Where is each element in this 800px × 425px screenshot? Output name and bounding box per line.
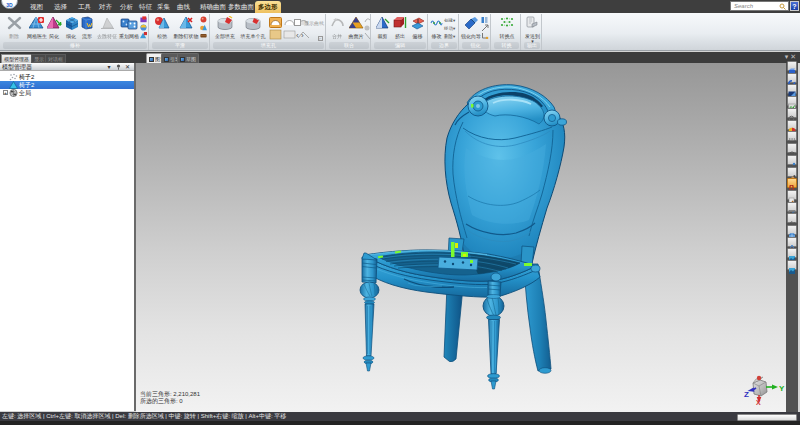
svg-text:Y: Y <box>779 384 785 393</box>
svg-text:Z: Z <box>744 390 749 399</box>
svg-text:X: X <box>756 399 761 406</box>
